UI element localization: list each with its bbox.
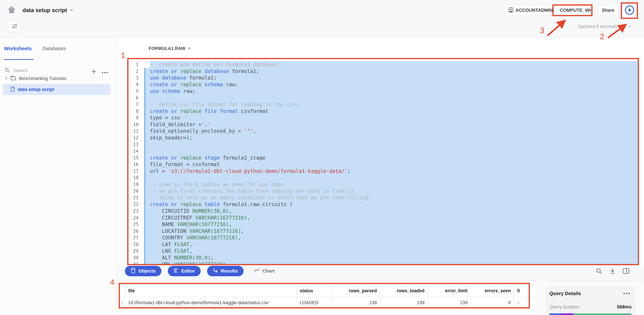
worksheet-title-menu[interactable]: data setup script (22, 7, 73, 14)
chevron-right-icon[interactable] (5, 76, 8, 81)
database-icon (130, 268, 136, 274)
code-line[interactable]: 31 URL VARCHAR(16777216), (128, 261, 638, 264)
code-line[interactable]: 20-- we are first creating the table the… (128, 188, 638, 194)
updated-text: Updated 8 seconds ago (578, 24, 626, 29)
code-line[interactable]: 24 CIRCUITREF VARCHAR(16777216), (128, 214, 638, 221)
code-line[interactable]: 19-- load in the 8 tables we need for ou… (128, 181, 638, 188)
sidebar-item-folder[interactable]: Benchmarking Tutorials (5, 74, 112, 83)
results-label: Results (221, 268, 238, 274)
code-line[interactable]: 14-- (128, 148, 638, 154)
code-line[interactable]: 16file_format = csvformat (128, 161, 638, 168)
code-line[interactable]: 25 NAME VARCHAR(16777216), (128, 221, 638, 228)
duration-bar-segment (561, 313, 573, 315)
code-line[interactable]: 6 (128, 95, 638, 101)
results-button[interactable]: Results (207, 266, 244, 276)
tab-databases[interactable]: Databases (42, 46, 66, 51)
code-line[interactable]: 23 CIRCUITID NUMBER(38,0), (128, 208, 638, 214)
column-header[interactable]: rows_loaded (380, 284, 428, 297)
search-input[interactable] (13, 68, 78, 74)
results-actions (595, 267, 630, 275)
code-line[interactable]: 9type = csv (128, 114, 638, 121)
table-row: 1s3://formula1-dbt-cloud-python-demo/for… (119, 297, 536, 308)
warehouse-selector[interactable]: COMPUTE_WH (560, 8, 592, 13)
query-details-title: Query Details (550, 291, 581, 296)
table-cell[interactable]: 139 (332, 297, 380, 308)
run-button[interactable] (623, 4, 636, 17)
code-line[interactable]: 17url = 's3://formula1-dbt-cloud-python-… (128, 168, 638, 174)
sql-editor[interactable]: 1-- create and define our formula1 datab… (128, 59, 638, 264)
chart-line-icon (254, 268, 260, 274)
column-header[interactable]: errors_seen (471, 284, 514, 297)
query-duration-label: Query duration (550, 304, 580, 309)
column-header[interactable]: error_limit (428, 284, 471, 297)
code-line[interactable]: 8create or replace file format csvformat (128, 108, 638, 115)
context-pill: ACCOUNTADMIN COMPUTE_WH (504, 5, 592, 16)
code-line[interactable]: 21-- think of this as an empty container… (128, 194, 638, 201)
bottom-toolbar: Objects Editor Results Chart (125, 266, 275, 276)
query-duration-bar (550, 313, 632, 315)
download-results-button[interactable] (609, 267, 616, 275)
objects-label: Objects (138, 268, 156, 274)
updated-status[interactable]: Updated 8 seconds ago (578, 24, 631, 29)
results-arrow-icon (213, 268, 218, 274)
code-line[interactable]: 5use schema raw; (128, 88, 638, 95)
column-header[interactable]: rows_parsed (332, 284, 380, 297)
tab-worksheets-label: Worksheets (4, 46, 32, 51)
duration-bar-segment (573, 313, 632, 315)
code-line[interactable]: 15create or replace stage formula1_stage (128, 154, 638, 161)
editor-button[interactable]: Editor (168, 266, 201, 276)
column-header[interactable]: file (125, 284, 296, 297)
tab-worksheets[interactable]: Worksheets (4, 46, 32, 51)
filter-button[interactable] (8, 21, 21, 32)
code-line[interactable]: 30 ALT NUMBER(38,0), (128, 254, 638, 261)
chart-tab[interactable]: Chart (254, 268, 275, 274)
code-line[interactable]: 10field_delimiter =',' (128, 121, 638, 128)
results-header-row: filestatusrows_parsedrows_loadederror_li… (119, 284, 536, 297)
code-line[interactable]: 18 (128, 174, 638, 181)
editor-lines-icon (174, 268, 178, 274)
table-cell[interactable]: 0 (471, 297, 514, 308)
sliders-icon (12, 24, 18, 30)
role-selector[interactable]: ACCOUNTADMIN (516, 8, 552, 13)
table-cell[interactable]: 139 (380, 297, 428, 308)
code-line[interactable]: 4create or replace schema raw; (128, 81, 638, 88)
search-results-button[interactable] (595, 267, 603, 275)
results-table-container: filestatusrows_parsedrows_loadederror_li… (119, 284, 536, 308)
code-line[interactable]: 2create or replace database formula1; (128, 68, 638, 75)
code-line[interactable]: 7-- define our file format for reading i… (128, 101, 638, 108)
column-header[interactable]: status (296, 284, 332, 297)
share-button[interactable]: Share (598, 5, 618, 16)
code-line[interactable]: 11field_optionally_enclosed_by = '"', (128, 128, 638, 134)
code-line[interactable]: 12skip_header=1; (128, 134, 638, 141)
home-button[interactable] (8, 6, 16, 14)
row-number[interactable]: 1 (119, 297, 125, 308)
sidebar-search[interactable] (5, 68, 78, 74)
code-line[interactable]: 29 LNG FLOAT, (128, 248, 638, 254)
sidebar-divider (117, 37, 117, 315)
split-view-button[interactable] (622, 267, 630, 275)
code-line[interactable]: 13 (128, 141, 638, 148)
context-selector[interactable]: FORMULA1.RAW (149, 46, 191, 51)
table-cell[interactable]: n (514, 297, 536, 308)
column-header[interactable]: fi (514, 284, 536, 297)
table-cell[interactable]: 139 (428, 297, 471, 308)
row-number-header[interactable] (119, 284, 125, 297)
page-title: data setup script (22, 7, 67, 14)
ellipsis-icon: ••• (623, 290, 630, 296)
code-line[interactable]: 28 LAT FLOAT, (128, 241, 638, 248)
code-line[interactable]: 22create or replace table formula1.raw.c… (128, 201, 638, 208)
chevron-down-icon (188, 48, 191, 49)
sidebar-item-worksheet-selected[interactable]: data setup script (3, 84, 110, 95)
table-cell[interactable]: LOADED (296, 297, 332, 308)
query-details-more-button[interactable]: ••• (622, 290, 632, 296)
table-cell[interactable]: s3://formula1-dbt-cloud-python-demo/form… (125, 297, 296, 308)
folder-icon (10, 76, 16, 81)
code-line[interactable]: 26 LOCATION VARCHAR(16777216), (128, 228, 638, 234)
code-line[interactable]: 27 COUNTRY VARCHAR(16777216), (128, 234, 638, 241)
code-line[interactable]: 1-- create and define our formula1 datab… (128, 61, 638, 68)
context-selector-label: FORMULA1.RAW (149, 46, 185, 51)
objects-button[interactable]: Objects (125, 266, 162, 276)
details-divider (539, 281, 540, 315)
code-line[interactable]: 3use database formula1; (128, 75, 638, 81)
results-top-divider (117, 280, 644, 281)
